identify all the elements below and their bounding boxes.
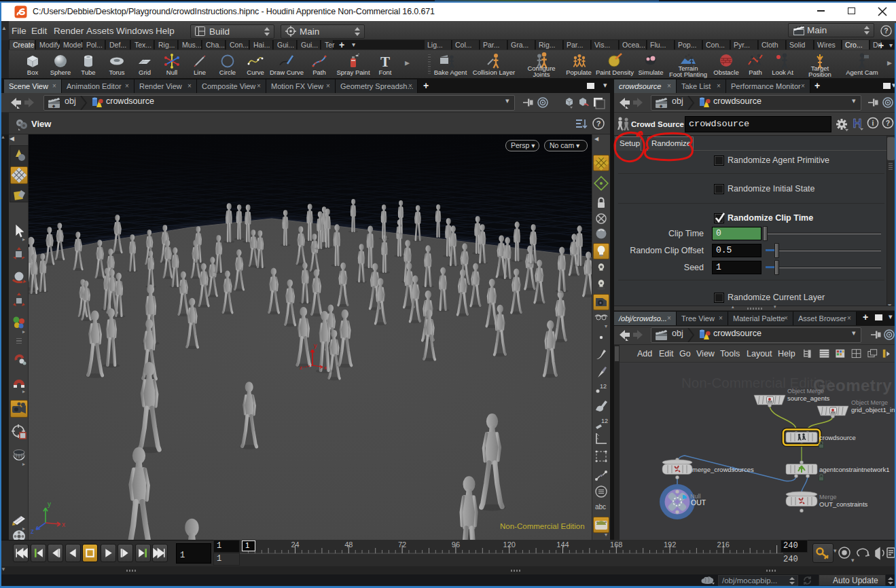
svg-text:x: x [62, 521, 65, 528]
svg-text:192: 192 [664, 540, 676, 549]
svg-text:x: x [324, 365, 327, 371]
svg-text:◆: ◆ [660, 104, 663, 108]
svg-text:48: 48 [344, 540, 353, 549]
svg-text:z: z [300, 365, 302, 371]
svg-text:12: 12 [600, 383, 607, 390]
svg-text:?: ? [884, 27, 888, 35]
svg-text:y: y [314, 342, 317, 349]
svg-text:?: ? [886, 119, 890, 127]
svg-text:168: 168 [610, 540, 622, 549]
svg-text:72: 72 [398, 540, 406, 549]
svg-text:i: i [872, 119, 874, 127]
svg-text:z: z [31, 528, 34, 535]
svg-text:?: ? [596, 120, 601, 128]
svg-text:144: 144 [556, 540, 569, 549]
svg-text:T: T [380, 54, 390, 69]
svg-text:12: 12 [601, 418, 608, 424]
svg-text:y: y [48, 500, 51, 508]
svg-text:120: 120 [503, 540, 516, 549]
svg-text:96: 96 [452, 540, 460, 549]
svg-text:24: 24 [291, 540, 299, 549]
svg-text:◆: ◆ [52, 104, 56, 108]
svg-text:216: 216 [717, 540, 730, 549]
